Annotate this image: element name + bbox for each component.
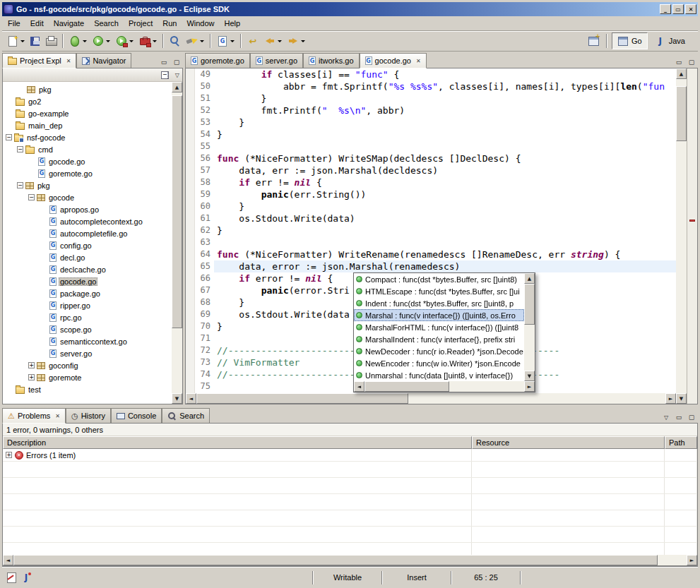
editor-hscrollbar[interactable]: ◄ ► xyxy=(186,393,676,404)
collapse-all-icon[interactable] xyxy=(161,71,171,80)
problems-row-errors[interactable]: +Errors (1 item) xyxy=(3,449,697,462)
scroll-down-icon[interactable]: ▼ xyxy=(172,393,182,404)
perspective-java-button[interactable]: Java xyxy=(649,32,691,49)
autocomplete-item-marshalforhtml[interactable]: MarshalForHTML : func(v interface{}) ([]… xyxy=(354,321,524,333)
tree-item-gocode-go[interactable]: gocode.go xyxy=(3,155,172,167)
tree-item-semanticcontext-go[interactable]: semanticcontext.go xyxy=(3,335,172,347)
title-bar[interactable]: Go - nsf-gocode/src/pkg/gocode/gocode.go… xyxy=(2,2,698,16)
scroll-right-icon[interactable]: ► xyxy=(665,393,676,404)
dropdown-arrow-icon[interactable] xyxy=(301,40,305,42)
menu-search[interactable]: Search xyxy=(89,17,124,30)
menu-project[interactable]: Project xyxy=(124,17,158,30)
view-tab-problems[interactable]: Problems✕ xyxy=(2,408,66,424)
autocomplete-vscrollbar[interactable]: ▲ ▼ xyxy=(524,273,535,381)
code-line[interactable]: } xyxy=(214,116,676,128)
tree-item-config-go[interactable]: config.go xyxy=(3,239,172,251)
dropdown-arrow-icon[interactable] xyxy=(20,40,25,42)
perspective-go-button[interactable]: Go xyxy=(612,32,648,49)
tree-item-server-go[interactable]: server.go xyxy=(3,347,172,359)
scroll-down-icon[interactable]: ▼ xyxy=(676,393,687,404)
code-line[interactable]: panic(err.String()) xyxy=(214,188,676,200)
autocomplete-item-marshalindent[interactable]: MarshalIndent : func(v interface{}, pref… xyxy=(354,333,524,345)
fast-view-java-icon[interactable] xyxy=(20,572,32,583)
scrollbar-thumb[interactable] xyxy=(172,95,182,328)
code-line[interactable]: abbr = fmt.Sprintf("%s %s%s", classes[i]… xyxy=(214,80,676,92)
column-header-resource[interactable]: Resource xyxy=(472,436,665,449)
tree-item-goremote-go[interactable]: goremote.go xyxy=(3,167,172,179)
view-tab-search[interactable]: Search xyxy=(162,408,210,423)
view-menu-icon[interactable]: ▽ xyxy=(660,412,672,423)
scroll-right-icon[interactable]: ► xyxy=(687,555,697,565)
dropdown-arrow-icon[interactable] xyxy=(153,40,157,42)
tree-item-autocompletecontext-go[interactable]: autocompletecontext.go xyxy=(3,215,172,227)
dropdown-arrow-icon[interactable] xyxy=(200,40,204,42)
run-last-button[interactable] xyxy=(113,32,136,49)
tree-item-main-dep[interactable]: main_dep xyxy=(3,119,172,131)
scroll-down-icon[interactable]: ▼ xyxy=(524,371,535,381)
new-element-button[interactable] xyxy=(214,32,237,49)
dropdown-arrow-icon[interactable] xyxy=(129,40,134,42)
menu-navigate[interactable]: Navigate xyxy=(49,17,89,30)
tree-item-test[interactable]: test xyxy=(3,383,172,395)
last-edit-location-button[interactable] xyxy=(244,32,261,49)
external-tools-button[interactable] xyxy=(136,32,160,49)
tree-item-ripper-go[interactable]: ripper.go xyxy=(3,299,172,311)
open-perspective-button[interactable] xyxy=(585,32,602,49)
scrollbar-track[interactable] xyxy=(172,92,182,393)
column-header-path[interactable]: Path xyxy=(665,436,697,449)
autocomplete-item-indent[interactable]: Indent : func(dst *bytes.Buffer, src []u… xyxy=(354,297,524,309)
maximize-editor-button[interactable]: ▢ xyxy=(685,56,698,68)
problems-hscrollbar[interactable]: ◄ ► xyxy=(3,555,697,565)
code-line[interactable]: } xyxy=(214,128,676,140)
minimize-view-button[interactable]: ▭ xyxy=(158,56,170,68)
autocomplete-item-unmarshal[interactable]: Unmarshal : func(data []uint8, v interfa… xyxy=(354,369,524,381)
open-type-button[interactable] xyxy=(167,32,184,49)
search-button[interactable] xyxy=(184,32,207,49)
menu-help[interactable]: Help xyxy=(220,17,246,30)
tree-item-autocompletefile-go[interactable]: autocompletefile.go xyxy=(3,227,172,239)
back-button[interactable] xyxy=(261,32,285,49)
tree-item-declcache-go[interactable]: declcache.go xyxy=(3,263,172,275)
code-line[interactable]: } xyxy=(214,224,676,236)
print-button[interactable] xyxy=(42,32,59,49)
minimize-button[interactable]: _ xyxy=(660,4,671,14)
scrollbar-track[interactable] xyxy=(676,79,687,393)
scroll-left-icon[interactable]: ◄ xyxy=(186,393,196,404)
tree-item-pkg[interactable]: −pkg xyxy=(3,179,172,191)
scrollbar-thumb[interactable] xyxy=(676,86,687,141)
tree-item-rpc-go[interactable]: rpc.go xyxy=(3,311,172,323)
code-line[interactable]: func (*NiceFormatter) WriteRename(rename… xyxy=(214,248,676,260)
save-button[interactable] xyxy=(28,32,42,49)
minimize-view-button[interactable]: ▭ xyxy=(672,412,685,423)
scrollbar-thumb[interactable] xyxy=(524,284,535,325)
maximize-button[interactable]: ▭ xyxy=(672,4,684,14)
tree-item-scope-go[interactable]: scope.go xyxy=(3,323,172,335)
code-line[interactable]: if classes[i] == "func" { xyxy=(214,68,676,80)
view-tab-project-expl[interactable]: Project Expl✕ xyxy=(2,53,76,68)
new-wizard-button[interactable] xyxy=(4,32,28,49)
expand-icon[interactable]: + xyxy=(28,362,35,368)
expand-icon[interactable]: + xyxy=(28,374,35,380)
scrollbar-thumb[interactable] xyxy=(364,381,449,392)
code-line[interactable]: func (*NiceFormatter) WriteSMap(decldesc… xyxy=(214,152,676,164)
tree-item-goconfig[interactable]: +goconfig xyxy=(3,359,172,371)
expand-icon[interactable]: + xyxy=(6,452,12,458)
menu-window[interactable]: Window xyxy=(182,17,219,30)
error-marker[interactable] xyxy=(689,220,695,222)
tree-item-go-example[interactable]: go-example xyxy=(3,107,172,119)
autocomplete-item-compact[interactable]: Compact : func(dst *bytes.Buffer, src []… xyxy=(354,273,524,285)
autocomplete-item-htmlescape[interactable]: HTMLEscape : func(dst *bytes.Buffer, src… xyxy=(354,285,524,297)
menu-file[interactable]: File xyxy=(3,17,25,30)
collapse-icon[interactable]: − xyxy=(28,194,35,200)
run-button[interactable] xyxy=(90,32,113,49)
menu-run[interactable]: Run xyxy=(158,17,182,30)
scroll-up-icon[interactable]: ▲ xyxy=(524,273,535,284)
tree-item-go2[interactable]: go2 xyxy=(3,95,172,107)
scrollbar-thumb[interactable] xyxy=(13,555,658,565)
maximize-view-button[interactable]: ▢ xyxy=(170,56,183,68)
code-line[interactable] xyxy=(214,236,676,248)
dropdown-arrow-icon[interactable] xyxy=(83,40,87,42)
debug-button[interactable] xyxy=(66,32,90,49)
tree-item-cmd[interactable]: −cmd xyxy=(3,143,172,155)
dropdown-arrow-icon[interactable] xyxy=(230,40,235,42)
